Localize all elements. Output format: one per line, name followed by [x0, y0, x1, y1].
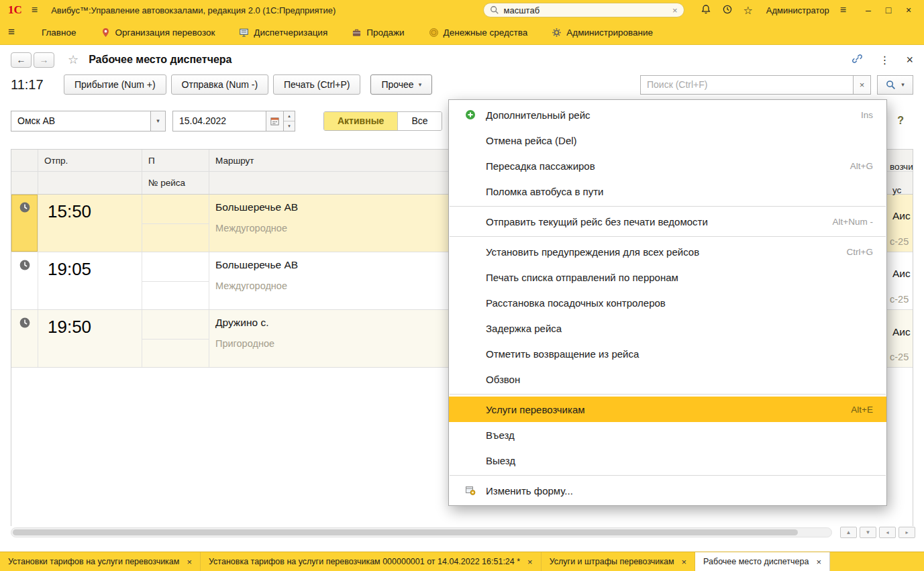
main-menu-icon[interactable]: ≡	[32, 4, 38, 16]
clear-search-icon[interactable]: ×	[672, 5, 678, 15]
scroll-right-button[interactable]: ▸	[899, 527, 915, 538]
coin-icon	[429, 28, 439, 38]
history-icon[interactable]	[722, 4, 733, 17]
notifications-bell-icon[interactable]	[701, 4, 711, 17]
current-user[interactable]: Администратор	[766, 5, 829, 15]
menu-item-main[interactable]: Главное	[30, 20, 89, 44]
menu-item-controllers-placement[interactable]: Расстановка посадочных контролеров	[449, 290, 886, 315]
tab-tariff-settings-list[interactable]: Установки тарифов на услуги перевозчикам…	[0, 552, 201, 571]
menu-item-bus-breakdown[interactable]: Поломка автобуса в пути	[449, 178, 886, 204]
search-input[interactable]	[640, 75, 854, 95]
col-header-departure[interactable]: Отпр.	[38, 150, 142, 171]
maximize-button[interactable]: □	[878, 0, 899, 20]
scrollbar-thumb[interactable]	[13, 529, 798, 535]
menu-item-call-round[interactable]: Обзвон	[449, 366, 886, 392]
menu-item-entry[interactable]: Въезд	[449, 422, 886, 448]
tab-carrier-services-fines[interactable]: Услуги и штрафы перевозчикам ×	[542, 552, 695, 571]
departure-button[interactable]: Отправка (Num -)	[171, 74, 268, 95]
clear-search-button[interactable]: ×	[854, 75, 871, 95]
menu-item-money[interactable]: Денежные средства	[417, 20, 540, 44]
date-picker[interactable]: ▴ ▾	[172, 111, 295, 132]
1c-logo: 1С	[5, 3, 25, 17]
menu-item-passenger-transfer[interactable]: Пересадка пассажиров Alt+G	[449, 153, 886, 178]
gear-icon	[552, 28, 562, 38]
station-dropdown-icon[interactable]: ▾	[151, 111, 166, 132]
get-link-icon[interactable]	[852, 53, 863, 66]
favorites-star-icon[interactable]: ☆	[743, 4, 753, 17]
titlebar-search[interactable]: масштаб ×	[483, 3, 684, 17]
tab-dispatcher-workplace[interactable]: Рабочее место диспетчера ×	[695, 552, 830, 571]
menu-item-transport-organization[interactable]: Организация перевозок	[89, 20, 227, 44]
chevron-down-icon: ▾	[901, 81, 905, 88]
clock-icon	[11, 310, 38, 367]
menu-item-additional-trip[interactable]: Дополнительный рейс Ins	[449, 102, 886, 127]
menu-item-print-platform-list[interactable]: Печать списка отправлений по перронам	[449, 264, 886, 290]
station-input[interactable]	[11, 111, 151, 132]
menu-item-dispatching[interactable]: Диспетчеризация	[227, 20, 340, 44]
more-button[interactable]: Прочее ▾	[370, 74, 432, 95]
scroll-down-button[interactable]: ▼	[860, 527, 876, 538]
station-combobox[interactable]: ▾	[11, 111, 166, 132]
menu-separator	[450, 236, 886, 237]
menu-item-carrier-services[interactable]: Услуги перевозчикам Alt+E	[449, 397, 886, 422]
scroll-left-button[interactable]: ◂	[879, 527, 896, 538]
close-tab-icon[interactable]: ×	[682, 557, 687, 567]
platform-cell	[142, 252, 209, 309]
menu-item-cancel-trip[interactable]: Отмена рейса (Del)	[449, 127, 886, 153]
menu-item-exit[interactable]: Выезд	[449, 448, 886, 473]
back-button[interactable]: ←	[11, 52, 32, 68]
forward-button[interactable]: →	[34, 52, 54, 68]
print-button[interactable]: Печать (Ctrl+P)	[273, 74, 360, 95]
search-settings-button[interactable]: ▾	[877, 75, 913, 95]
spin-down-icon[interactable]: ▾	[284, 121, 295, 131]
arrival-button[interactable]: Прибытие (Num +)	[64, 74, 166, 95]
menu-item-mark-return[interactable]: Отметить возвращение из рейса	[449, 341, 886, 366]
favorite-star-icon[interactable]: ☆	[68, 52, 79, 67]
menu-item-label: Администрирование	[566, 28, 653, 38]
section-menubar: ≡ Главное Организация перевозок Диспетче…	[0, 20, 924, 45]
menu-separator	[450, 394, 886, 395]
close-tab-icon[interactable]: ×	[816, 557, 821, 567]
menu-item-sales[interactable]: Продажи	[340, 20, 416, 44]
scroll-up-button[interactable]: ▲	[840, 527, 857, 538]
horizontal-scrollbar[interactable]	[11, 527, 832, 537]
toggle-active[interactable]: Активные	[324, 112, 397, 130]
map-pin-icon	[101, 28, 111, 38]
plus-circle-icon	[465, 109, 482, 120]
departure-time: 19:05	[38, 252, 142, 309]
minimize-button[interactable]: –	[858, 0, 878, 20]
titlebar-menu-icon[interactable]: ≡	[840, 4, 846, 16]
date-input[interactable]	[172, 111, 266, 132]
sections-menu-icon[interactable]: ≡	[8, 25, 15, 39]
toggle-all[interactable]: Все	[397, 112, 441, 130]
date-spinner[interactable]: ▴ ▾	[284, 111, 295, 132]
help-button[interactable]: ?	[897, 115, 904, 127]
col-header-flight-no[interactable]: № рейса	[142, 172, 209, 194]
close-tab-icon[interactable]: ×	[187, 557, 192, 567]
close-tab-icon[interactable]: ×	[527, 557, 533, 567]
close-page-icon[interactable]: ×	[906, 53, 913, 67]
close-window-button[interactable]: ×	[899, 0, 919, 20]
open-windows-tabbar: Установки тарифов на услуги перевозчикам…	[0, 552, 924, 571]
tab-tariff-setting-document[interactable]: Установка тарифов на услуги перевозчикам…	[201, 552, 542, 571]
more-menu-popup: Дополнительный рейс Ins Отмена рейса (De…	[448, 99, 887, 506]
carrier-column-fragment: возчи	[890, 162, 913, 172]
menu-item-change-form[interactable]: Изменить форму...	[449, 478, 886, 503]
menu-item-set-warnings[interactable]: Установить предупреждения для всех рейсо…	[449, 239, 886, 264]
menu-item-label: Продажи	[366, 28, 404, 38]
more-actions-icon[interactable]: ⋮	[879, 54, 890, 66]
menu-item-trip-delay[interactable]: Задержка рейса	[449, 315, 886, 341]
menu-item-label: Диспетчеризация	[254, 28, 327, 38]
menu-item-send-without-sheet[interactable]: Отправить текущий рейс без печати ведомо…	[449, 209, 886, 234]
clock-icon	[11, 195, 38, 252]
calendar-icon[interactable]	[266, 111, 284, 132]
chevron-down-icon: ▾	[419, 81, 422, 88]
spin-up-icon[interactable]: ▴	[284, 111, 295, 121]
menu-item-label: Организация перевозок	[115, 28, 215, 38]
tab-label: Рабочее место диспетчера	[703, 557, 809, 566]
menu-separator	[450, 475, 886, 476]
menu-item-administration[interactable]: Администрирование	[540, 20, 665, 44]
carrier-cell-fragment: с-25	[890, 236, 909, 247]
platform-cell	[142, 310, 209, 367]
col-header-platform[interactable]: П	[142, 150, 209, 171]
